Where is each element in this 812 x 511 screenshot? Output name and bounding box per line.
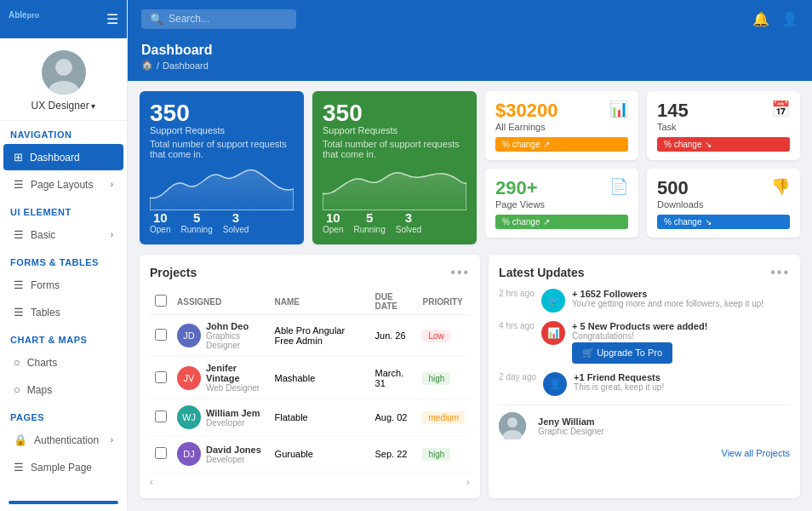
pageviews-change-button[interactable]: % change ↗ [495, 215, 628, 229]
earnings-change-button[interactable]: % change ↗ [495, 137, 628, 152]
sidebar-item-forms[interactable]: ☰ Forms [3, 272, 123, 298]
breadcrumb: 🏠 / Dashboard [141, 60, 798, 71]
projects-title: Projects [150, 266, 197, 279]
priority-badge: medium [422, 411, 465, 424]
update-time: 4 hrs ago [499, 321, 535, 330]
tables-icon: ☰ [14, 306, 24, 319]
view-all: View all Projects [499, 446, 790, 459]
ui-section: UI Element ☰ Basic › [0, 198, 127, 249]
svg-point-1 [55, 59, 72, 76]
stat-card-earnings: $30200 All Earnings 📊 % change ↗ [485, 91, 638, 160]
topbar: 🔍 🔔 👤 [128, 0, 812, 37]
change-label: % change [664, 140, 701, 149]
menu-toggle-icon[interactable]: ☰ [106, 11, 118, 27]
stat-card-support2: 350 Support Requests Total number of sup… [312, 91, 477, 244]
select-all-checkbox[interactable] [155, 295, 167, 307]
update-item: 2 day ago 👤 +1 Friend Requests This is g… [499, 372, 790, 396]
projects-more-icon[interactable]: ••• [450, 265, 470, 280]
row-checkbox[interactable] [155, 447, 167, 459]
jeny-role: Graphic Designer [538, 427, 604, 436]
stat-solved: 3 Solved [396, 210, 422, 234]
update-desc: Congratulations! [572, 331, 707, 341]
update-title: + 1652 Followers [572, 289, 763, 299]
sidebar-item-label: Basic [31, 229, 55, 241]
sidebar-item-page-layouts[interactable]: ☰ Page Layouts › [3, 171, 123, 198]
task-change-button[interactable]: % change ↘ [657, 137, 790, 152]
search-input[interactable] [169, 13, 288, 25]
sidebar-item-authentication[interactable]: 🔒 Authentication › [3, 427, 123, 453]
update-time: 2 day ago [499, 372, 536, 382]
stat-card-pageviews: 290+ Page Views 📄 % change ↗ [485, 169, 638, 238]
sidebar-item-tables[interactable]: ☰ Tables [3, 299, 123, 325]
sidebar-item-charts[interactable]: ○ Charts [3, 349, 123, 376]
forms-icon: ☰ [14, 278, 24, 291]
nav-section: Navigation ⊞ Dashboard ☰ Page Layouts › [0, 121, 127, 198]
forms-section: Forms & Tables ☰ Forms ☰ Tables [0, 249, 127, 326]
priority-badge: high [422, 372, 450, 385]
thumbs-down-icon: 👎 [771, 177, 790, 196]
stat-number: $30200 [495, 100, 558, 122]
search-bar[interactable]: 🔍 [141, 9, 296, 29]
sidebar-item-label: Dashboard [30, 152, 80, 164]
avatar: JV [177, 366, 201, 390]
change-label: % change [664, 217, 701, 227]
trend-up-icon: ↗ [543, 140, 550, 149]
svg-point-4 [507, 417, 518, 428]
breadcrumb-current: Dashboard [163, 60, 209, 71]
update-time: 2 hrs ago [499, 289, 535, 298]
priority-badge: Low [422, 330, 449, 342]
col-priority: PRIORITY [417, 289, 470, 315]
update-content: + 5 New Products were added! Congratulat… [572, 321, 707, 364]
dashboard-icon: ⊞ [14, 151, 23, 164]
stat-label: Support Requests [150, 125, 294, 135]
sidebar-username[interactable]: UX Designer [9, 100, 118, 112]
user-info: WJ William Jem Developer [177, 405, 265, 429]
sidebar-item-sample-page[interactable]: ☰ Sample Page [3, 454, 123, 480]
upgrade-to-pro-button[interactable]: 🛒 Upgrade To Pro [572, 342, 672, 364]
due-date: March. 31 [370, 357, 418, 399]
trend-down-icon: ↘ [705, 140, 712, 149]
avatar [499, 412, 526, 439]
row-checkbox[interactable] [155, 371, 167, 383]
user-name: Jenifer Vintage [206, 363, 265, 383]
user-profile-icon[interactable]: 👤 [781, 11, 798, 27]
right-stats: $30200 All Earnings 📊 % change ↗ [485, 91, 638, 244]
jeny-row: Jeny William Graphic Designer [499, 405, 790, 439]
scroll-left-arrow[interactable]: ‹ [150, 476, 153, 488]
update-item: 4 hrs ago 📊 + 5 New Products were added!… [499, 321, 790, 364]
maps-icon: ○ [14, 383, 20, 396]
user-role: Graphics Designer [206, 331, 265, 350]
stat-number: 350 [323, 101, 466, 125]
user-info: DJ David Jones Developer [177, 442, 265, 466]
sidebar-item-maps[interactable]: ○ Maps [3, 376, 123, 403]
jeny-name: Jeny William [538, 416, 604, 427]
chart-section-label: Chart & Maps [0, 326, 127, 348]
row-checkbox[interactable] [155, 329, 167, 341]
stat-card-support1: 350 Support Requests Total number of sup… [140, 91, 304, 244]
content-area: Dashboard 🏠 / Dashboard 350 Support Requ… [128, 37, 812, 511]
updates-more-icon[interactable]: ••• [770, 265, 790, 280]
stat-open: 10 Open [323, 210, 343, 234]
sidebar-item-dashboard[interactable]: ⊞ Dashboard [3, 144, 123, 170]
table-row: DJ David Jones Developer Guruable Sep. 2… [150, 436, 470, 473]
table-row: WJ William Jem Developer Flatable Aug. 0… [150, 399, 470, 436]
stat-footer: 10 Open 5 Running 3 Solved [150, 210, 294, 234]
stat-desc: Total number of support requests that co… [150, 139, 294, 159]
chevron-right-icon: › [111, 435, 113, 445]
view-all-link[interactable]: View all Projects [722, 448, 791, 458]
update-title: +1 Friend Requests [574, 372, 664, 382]
pages-section-label: Pages [0, 404, 127, 426]
stat-number: 500 [657, 177, 703, 199]
downloads-change-button[interactable]: % change ↘ [657, 215, 790, 229]
sidebar-item-basic[interactable]: ☰ Basic › [3, 221, 123, 248]
stat-number: 145 [657, 100, 689, 122]
notification-icon[interactable]: 🔔 [752, 11, 769, 27]
avatar: WJ [177, 405, 201, 429]
scroll-right-arrow[interactable]: › [466, 476, 470, 488]
project-name: Able Pro Angular Free Admin [270, 315, 370, 357]
stat-label: Downloads [657, 199, 703, 210]
row-checkbox[interactable] [155, 411, 167, 422]
project-name: Mashable [270, 357, 370, 399]
updates-header: Latest Updates ••• [499, 265, 790, 280]
lock-icon: 🔒 [14, 433, 27, 446]
